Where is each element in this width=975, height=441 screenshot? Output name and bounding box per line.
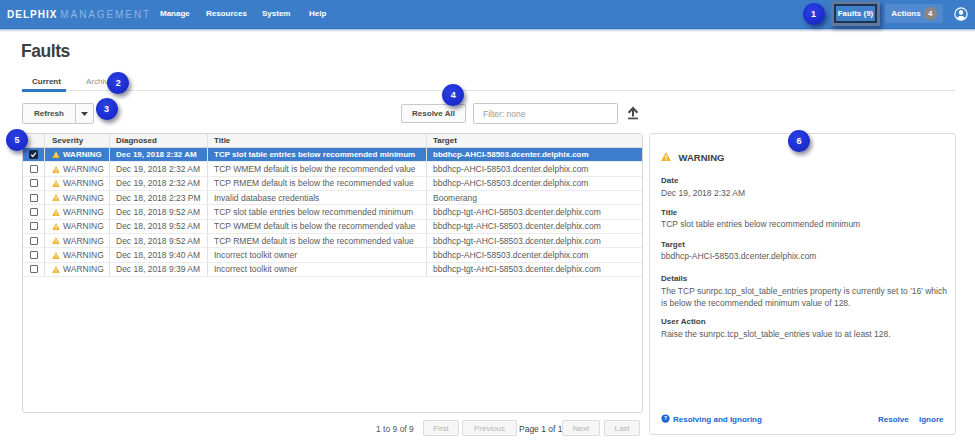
svg-text:?: ? <box>664 415 668 421</box>
